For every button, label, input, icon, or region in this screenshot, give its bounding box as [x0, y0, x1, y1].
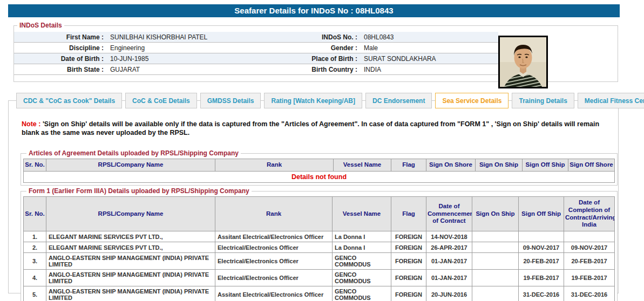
first-name-value: SUNILBHAI KISHORBHAI PATEL — [107, 33, 248, 41]
table-cell: 20-FEB-2017 — [519, 253, 564, 270]
table-cell: Electrical/Electronics Officer — [215, 242, 333, 253]
table-header-row: Sr. No. RPSL/Company Name Rank Vessel Na… — [24, 197, 615, 231]
tab-training-details[interactable]: Training Details — [512, 93, 574, 108]
empty-row: Details not found — [24, 171, 615, 182]
table-cell: GENCO COMMODUS — [333, 270, 391, 286]
table-cell: 1. — [24, 231, 46, 242]
discipline-label: Discipline : — [14, 44, 107, 52]
articles-of-agreement-legend: Articles of Agreement Details uploaded b… — [26, 149, 241, 157]
table-cell: ELEGANT MARINE SERVICES PVT LTD., — [46, 242, 215, 253]
table-cell: Electrical/Electronics Officer — [215, 253, 333, 270]
table-cell: ANGLO-EASTERN SHIP MANAGEMENT (INDIA) PR… — [46, 270, 215, 286]
table-cell: 14-NOV-2018 — [426, 231, 472, 242]
table-cell: La Donna I — [333, 242, 391, 253]
table-cell: 01-JAN-2017 — [426, 253, 472, 270]
tab-cdc-coc-as-cook-details[interactable]: CDC & "CoC as Cook" Details — [16, 93, 122, 108]
birth-country-value: INDIA — [361, 66, 498, 73]
date-of-birth-label: Date of Birth : — [14, 55, 107, 63]
col-rank: Rank — [215, 159, 334, 172]
tab-rating-watch-keeping-ab[interactable]: Rating [Watch Keeping/AB] — [264, 93, 362, 108]
table-row: 3.ANGLO-EASTERN SHIP MANAGEMENT (INDIA) … — [24, 253, 615, 270]
table-cell: GENCO COMMODUS — [333, 253, 391, 270]
table-cell — [472, 253, 519, 270]
place-of-birth-value: SURAT SONDLAKHARA — [361, 55, 498, 63]
table-cell — [564, 231, 615, 242]
seafarer-photo — [498, 36, 548, 88]
table-cell: FOREIGN — [391, 231, 426, 242]
col-sign-on-ship: Sign On Ship — [472, 197, 519, 231]
col-sign-on-ship: Sign On Ship — [476, 159, 523, 172]
form1-table-body: 1.ELEGANT MARINE SERVICES PVT LTD.,Assit… — [24, 231, 615, 301]
indos-no-value: 08HL0843 — [361, 33, 498, 41]
table-cell — [472, 286, 519, 301]
articles-of-agreement-section: Articles of Agreement Details uploaded b… — [21, 149, 618, 186]
table-cell: 01-JAN-2017 — [426, 270, 472, 286]
table-cell: FOREIGN — [391, 242, 426, 253]
details-not-found-message: Details not found — [24, 171, 615, 182]
gender-label: Gender : — [248, 44, 361, 52]
date-of-birth-value: 10-JUN-1985 — [107, 55, 248, 63]
table-cell: La Donna I — [333, 231, 391, 242]
indos-row: Discipline : Engineering Gender : Male — [14, 43, 498, 53]
table-row: 2.ELEGANT MARINE SERVICES PVT LTD.,Elect… — [24, 242, 615, 253]
col-flag: Flag — [391, 197, 426, 231]
col-sr-no: Sr. No. — [24, 159, 46, 172]
tab-sea-service-details[interactable]: Sea Service Details — [435, 93, 509, 108]
table-cell: 4. — [24, 270, 46, 286]
table-cell: Assitant Electrical/Electronics Officer — [215, 286, 333, 301]
table-cell: FOREIGN — [391, 286, 426, 301]
col-date-of-completion: Date of Completion of Contract/Arriving … — [564, 197, 615, 231]
birth-state-value: GUJARAT — [107, 66, 248, 73]
sign-on-ship-note: Note : 'Sign on Ship' details will be av… — [22, 120, 602, 137]
indos-row: Birth State : GUJARAT Birth Country : IN… — [14, 64, 498, 75]
table-cell: FOREIGN — [391, 270, 426, 286]
tab-bar: CDC & "CoC as Cook" Details CoC & CoE De… — [16, 93, 644, 108]
table-cell: 19-FEB-2017 — [564, 270, 615, 286]
table-cell — [519, 231, 564, 242]
col-rpsl-company-name: RPSL/Company Name — [46, 159, 215, 172]
table-cell: Assitant Electrical/Electronics Officer — [215, 231, 333, 242]
table-cell: 5. — [24, 286, 46, 301]
col-sign-off-shore: Sign Off Shore — [568, 159, 615, 172]
note-prefix: Note : — [22, 120, 40, 128]
col-vessel-name: Vessel Name — [334, 159, 391, 172]
form1-section: Form 1 (Earlier Form IIIA) Details uploa… — [21, 187, 618, 301]
tab-medical-fitness-certificate[interactable]: Medical Fitness Certificate — [578, 93, 644, 108]
indos-details-legend: INDoS Details — [17, 22, 64, 29]
table-cell — [472, 231, 519, 242]
table-cell: Electrical/Electronics Officer — [215, 270, 333, 286]
table-cell — [472, 270, 519, 286]
tab-gmdss-details[interactable]: GMDSS Details — [200, 93, 261, 108]
tab-coc-coe-details[interactable]: CoC & CoE Details — [125, 93, 197, 108]
form1-legend: Form 1 (Earlier Form IIIA) Details uploa… — [26, 187, 252, 195]
table-cell: 19-FEB-2017 — [519, 270, 564, 286]
table-cell: FOREIGN — [391, 253, 426, 270]
table-row: 5.ANGLO-EASTERN SHIP MANAGEMENT (INDIA) … — [24, 286, 615, 301]
indos-details-rows: First Name : SUNILBHAI KISHORBHAI PATEL … — [14, 32, 498, 75]
form1-table: Sr. No. RPSL/Company Name Rank Vessel Na… — [23, 196, 615, 301]
col-vessel-name: Vessel Name — [333, 197, 391, 231]
birth-country-label: Birth Country : — [248, 66, 361, 73]
col-date-of-commencement: Date of Commencement of Contract — [426, 197, 472, 231]
table-cell: 20-JUN-2016 — [426, 286, 472, 301]
table-cell — [472, 242, 519, 253]
table-cell: 09-NOV-2017 — [564, 242, 615, 253]
portrait-photo-icon — [500, 37, 546, 87]
table-cell: GENCO COMMODUS — [333, 286, 391, 301]
indos-row: Date of Birth : 10-JUN-1985 Place of Bir… — [14, 53, 498, 64]
table-cell: 09-NOV-2017 — [519, 242, 564, 253]
tab-dc-endorsement[interactable]: DC Endorsement — [365, 93, 432, 108]
birth-state-label: Birth State : — [14, 66, 107, 73]
col-sr-no: Sr. No. — [24, 197, 46, 231]
table-cell: 20-FEB-2017 — [564, 253, 615, 270]
table-cell: 31-DEC-2016 — [564, 286, 615, 301]
col-sign-on-shore: Sign On Shore — [426, 159, 476, 172]
indos-details-section: INDoS Details First Name : SUNILBHAI KIS… — [13, 22, 618, 82]
table-cell: 26-APR-2017 — [426, 242, 472, 253]
seafarer-details-page: { "page": { "title": "Seafarer Details f… — [0, 0, 644, 301]
page-title: Seafarer Details for INDoS No : 08HL0843 — [8, 4, 620, 17]
table-cell: ANGLO-EASTERN SHIP MANAGEMENT (INDIA) PR… — [46, 253, 215, 270]
sea-service-content-panel: CDC & "CoC as Cook" Details CoC & CoE De… — [8, 100, 619, 293]
discipline-value: Engineering — [107, 44, 248, 52]
table-cell: 3. — [24, 253, 46, 270]
